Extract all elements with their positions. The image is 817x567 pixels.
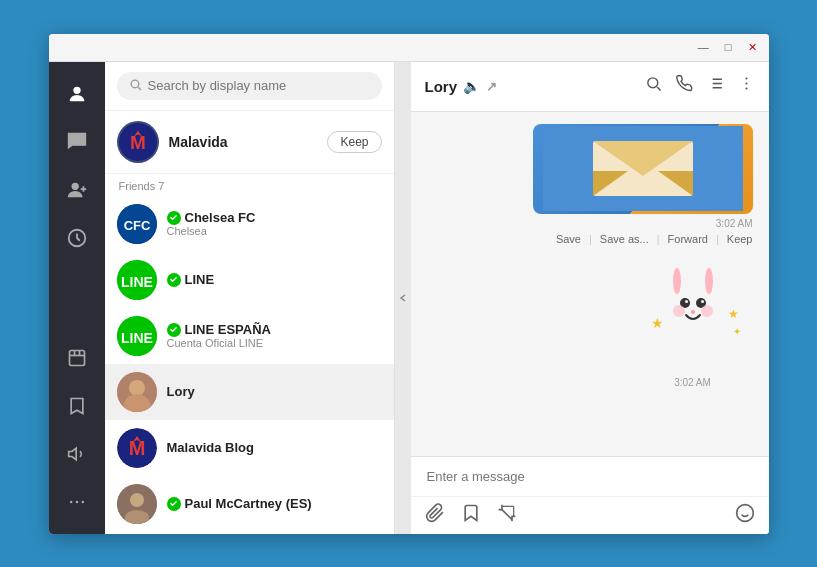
chat-messages: 3:02 AM Save | Save as... | Forward | Ke…	[411, 112, 769, 456]
list-item[interactable]: Lory	[105, 364, 394, 420]
list-item[interactable]: LINE LINE	[105, 252, 394, 308]
svg-rect-5	[69, 350, 84, 365]
message-actions: Save | Save as... | Forward | Keep	[556, 233, 753, 245]
svg-point-25	[129, 380, 145, 396]
mute-icon: 🔈	[463, 78, 480, 94]
app-window: — □ ✕	[49, 34, 769, 534]
friend-info: Lory	[167, 384, 382, 399]
friend-sub: Cuenta Oficial LINE	[167, 337, 382, 349]
chat-panel: Lory 🔈 ↗	[411, 62, 769, 534]
keep-action[interactable]: Keep	[727, 233, 753, 245]
message-time: 3:02 AM	[716, 218, 753, 229]
sidebar-item-volume[interactable]	[55, 432, 99, 476]
svg-text:M: M	[128, 437, 145, 459]
svg-point-10	[69, 500, 72, 503]
chat-header-actions	[645, 75, 755, 97]
chat-toolbar	[411, 496, 769, 534]
search-input-wrap[interactable]	[117, 72, 382, 100]
message-image: 3:02 AM Save | Save as... | Forward | Ke…	[533, 124, 753, 245]
friend-name: Chelsea FC	[185, 210, 256, 225]
svg-point-58	[701, 300, 704, 303]
chat-title: Lory 🔈 ↗	[425, 78, 637, 95]
avatar	[117, 372, 157, 412]
bookmark-chat-icon[interactable]	[461, 503, 481, 528]
list-item[interactable]: LINE LINE ESPAÑA Cuenta Oficial LINE	[105, 308, 394, 364]
svg-text:★: ★	[651, 315, 664, 331]
message-input[interactable]	[411, 457, 769, 496]
svg-line-14	[138, 87, 141, 90]
svg-point-11	[75, 500, 78, 503]
close-button[interactable]: ✕	[744, 41, 761, 54]
sidebar-item-chat[interactable]	[55, 120, 99, 164]
friend-sub: Chelsea	[167, 225, 382, 237]
friends-panel: M Malavida Keep Friends 7 CFC	[105, 62, 395, 534]
friend-info: Paul McCartney (ES)	[167, 496, 382, 511]
svg-point-60	[701, 305, 713, 317]
sticker-time: 3:02 AM	[674, 377, 711, 388]
friend-info: Malavida Blog	[167, 440, 382, 455]
svg-point-0	[73, 86, 80, 93]
collapse-panel-button[interactable]	[395, 62, 411, 534]
friend-name-row: LINE ESPAÑA	[167, 322, 382, 337]
search-bar	[105, 62, 394, 111]
svg-point-70	[736, 504, 753, 521]
keep-button[interactable]: Keep	[327, 131, 381, 153]
friend-name: Lory	[167, 384, 195, 399]
malavida-item[interactable]: M Malavida Keep	[105, 111, 394, 174]
chat-list-icon[interactable]	[707, 75, 724, 97]
svg-text:★: ★	[728, 307, 739, 321]
crop-chat-icon[interactable]	[497, 503, 517, 528]
sidebar	[49, 62, 105, 534]
sidebar-item-history[interactable]	[55, 216, 99, 260]
chat-input-area	[411, 456, 769, 534]
malavida-name: Malavida	[169, 134, 318, 150]
friend-info: Chelsea FC Chelsea	[167, 210, 382, 237]
sidebar-item-bookmark[interactable]	[55, 384, 99, 428]
friend-info: LINE ESPAÑA Cuenta Oficial LINE	[167, 322, 382, 349]
chat-search-icon[interactable]	[645, 75, 662, 97]
official-badge	[167, 273, 181, 287]
svg-point-33	[647, 78, 657, 88]
friends-section-label: Friends 7	[105, 174, 394, 196]
svg-point-41	[745, 77, 747, 79]
list-item[interactable]: Paul McCartney (ES)	[105, 476, 394, 532]
avatar	[117, 484, 157, 524]
maximize-button[interactable]: □	[721, 41, 736, 53]
forward-action[interactable]: Forward	[668, 233, 708, 245]
friend-name: LINE ESPAÑA	[185, 322, 271, 337]
friend-name: Paul McCartney (ES)	[185, 496, 312, 511]
sidebar-bottom	[55, 336, 99, 534]
svg-point-13	[131, 80, 139, 88]
svg-text:LINE: LINE	[121, 330, 153, 346]
minimize-button[interactable]: —	[694, 41, 713, 53]
malavida-avatar: M	[117, 121, 159, 163]
svg-line-34	[657, 87, 661, 91]
attachment-icon[interactable]	[425, 503, 445, 528]
svg-marker-9	[68, 448, 76, 460]
chat-more-icon[interactable]	[738, 75, 755, 97]
friend-name-row: LINE	[167, 272, 382, 287]
search-input[interactable]	[148, 78, 370, 93]
svg-point-61	[691, 310, 695, 314]
svg-text:✦: ✦	[733, 326, 741, 337]
sidebar-item-profile[interactable]	[55, 72, 99, 116]
sidebar-item-add-friend[interactable]	[55, 168, 99, 212]
chat-phone-icon[interactable]	[676, 75, 693, 97]
sidebar-item-more[interactable]	[55, 480, 99, 524]
svg-point-31	[130, 493, 144, 507]
save-action[interactable]: Save	[556, 233, 581, 245]
external-link-icon: ↗	[486, 79, 497, 94]
svg-point-43	[745, 87, 747, 89]
svg-point-57	[685, 300, 688, 303]
friend-name-row: Chelsea FC	[167, 210, 382, 225]
sticker-message: ★ ★ ✦ 3:02 AM	[633, 253, 753, 388]
message-image-content	[533, 124, 753, 214]
sidebar-item-keep[interactable]	[55, 336, 99, 380]
save-as-action[interactable]: Save as...	[600, 233, 649, 245]
list-item[interactable]: CFC Chelsea FC Chelsea	[105, 196, 394, 252]
svg-text:LINE: LINE	[121, 274, 153, 290]
chat-contact-name: Lory	[425, 78, 458, 95]
list-item[interactable]: M Malavida Blog	[105, 420, 394, 476]
svg-line-67	[502, 509, 512, 519]
emoji-icon[interactable]	[735, 503, 755, 528]
